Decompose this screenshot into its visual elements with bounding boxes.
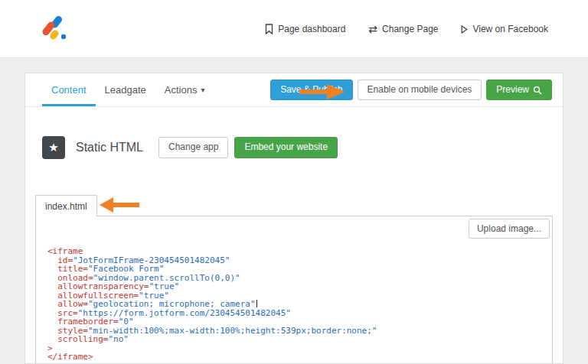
tab-leadgate[interactable]: Leadgate	[96, 73, 155, 106]
tab-bar: Content Leadgate Actions ▾ Save & Publis…	[25, 73, 563, 107]
code-line: </iframe>	[47, 353, 546, 362]
nav-item-page-dashboard[interactable]: Page dashboard	[265, 24, 345, 34]
star-icon: ★	[42, 136, 65, 159]
tab-content[interactable]: Content	[42, 73, 96, 106]
tab-label: Leadgate	[105, 84, 146, 96]
brand-logo[interactable]	[41, 15, 69, 42]
content-card: Content Leadgate Actions ▾ Save & Publis…	[24, 73, 564, 364]
nav-label: Page dashboard	[278, 24, 345, 34]
nav-label: View on Facebook	[472, 24, 548, 34]
code-area[interactable]: <iframe id="JotFormIFrame-23045450148204…	[47, 247, 546, 363]
annotation-arrow-save-publish	[299, 83, 347, 101]
bookmark-icon	[265, 24, 273, 34]
header-nav: Page dashboard ⇄ Change Page View on Fac…	[265, 0, 548, 58]
file-tab-label: index.html	[45, 201, 87, 212]
search-icon	[533, 86, 542, 95]
nav-label: Change Page	[382, 24, 438, 34]
top-header: Page dashboard ⇄ Change Page View on Fac…	[0, 0, 588, 58]
code-line: >	[47, 344, 546, 353]
upload-image-button[interactable]: Upload image...	[469, 219, 550, 239]
file-tab-index-html[interactable]: index.html	[35, 195, 97, 216]
preview-button[interactable]: Preview	[486, 80, 552, 100]
embed-website-button[interactable]: Embed your website	[234, 137, 338, 158]
brand-logo-icon	[41, 15, 69, 42]
code-line: scrolling="no"	[47, 335, 546, 344]
code-editor: Upload image... <iframe id="JotFormIFram…	[35, 216, 553, 363]
preview-label: Preview	[496, 85, 529, 95]
app-header: ★ Static HTML Change app Embed your webs…	[42, 136, 338, 159]
tab-actions[interactable]: Actions ▾	[155, 73, 214, 106]
change-app-button[interactable]: Change app	[158, 137, 228, 158]
chevron-down-icon: ▾	[201, 86, 204, 94]
nav-item-change-page[interactable]: ⇄ Change Page	[368, 24, 438, 34]
play-icon	[461, 25, 468, 34]
tab-label: Actions	[165, 84, 198, 96]
tab-label: Content	[51, 84, 87, 96]
enable-mobile-button[interactable]: Enable on mobile devices	[358, 80, 482, 100]
app-title: Static HTML	[76, 141, 143, 154]
swap-arrows-icon: ⇄	[368, 24, 377, 34]
nav-item-view-on-facebook[interactable]: View on Facebook	[461, 24, 548, 34]
text-cursor	[256, 300, 257, 307]
annotation-arrow-file-tab	[98, 196, 139, 214]
